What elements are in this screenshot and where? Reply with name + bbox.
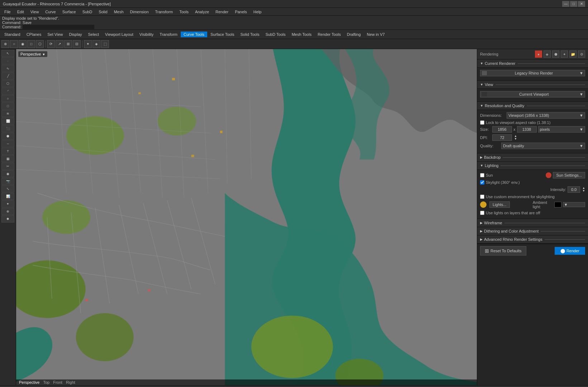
- tab-display[interactable]: Display: [66, 32, 85, 37]
- tab-surface-tools[interactable]: Surface Tools: [208, 32, 237, 37]
- menu-item-solid[interactable]: Solid: [96, 9, 110, 15]
- maximize-button[interactable]: □: [570, 1, 577, 7]
- left-tool-solid[interactable]: ⬛: [1, 125, 14, 132]
- toolbar-icon-12[interactable]: ⬚: [101, 40, 109, 48]
- render-button[interactable]: ⬤ Render: [555, 247, 585, 255]
- left-tool-arc[interactable]: ◜: [1, 87, 14, 95]
- renderer-dropdown[interactable]: Legacy Rhino Render ▼: [480, 70, 585, 76]
- section-resolution[interactable]: ▼ Resolution and Quality: [477, 102, 588, 110]
- viewport-perspective-label[interactable]: Perspective ▼: [18, 51, 47, 57]
- reset-defaults-button[interactable]: ⊞ Reset To Defaults: [480, 246, 526, 255]
- tab-solid-tools[interactable]: Solid Tools: [237, 32, 262, 37]
- menu-item-analyze[interactable]: Analyze: [192, 9, 212, 15]
- tab-subd-tools[interactable]: SubD Tools: [262, 32, 288, 37]
- dimensions-dropdown[interactable]: Viewport (1856 x 1338) ▼: [507, 112, 585, 119]
- left-tool-curve[interactable]: ∿: [1, 65, 14, 72]
- left-tool-select[interactable]: ↖: [1, 50, 14, 57]
- left-tool-analyze[interactable]: 📊: [1, 193, 14, 200]
- view-dropdown[interactable]: Current Viewport ▼: [480, 91, 585, 97]
- left-tool-misc1[interactable]: ⊕: [1, 208, 14, 215]
- section-lighting[interactable]: ▼ Lighting: [477, 162, 588, 170]
- menu-item-view[interactable]: View: [28, 9, 42, 15]
- toolbar-icon-10[interactable]: ✦: [84, 40, 92, 48]
- toolbar-icon-6[interactable]: ⟳: [47, 40, 55, 48]
- toolbar-icon-4[interactable]: □: [27, 40, 35, 48]
- left-tool-freeform[interactable]: ≋: [1, 110, 14, 117]
- tab-render-tools[interactable]: Render Tools: [315, 32, 344, 37]
- toolbar-icon-7[interactable]: ↗: [56, 40, 63, 48]
- left-tool-dim[interactable]: ↔: [1, 140, 14, 147]
- toolbar-icon-1[interactable]: ⊕: [1, 40, 9, 48]
- menu-item-tools[interactable]: Tools: [176, 9, 191, 15]
- panel-icon-material[interactable]: ◈: [544, 51, 551, 58]
- menu-item-file[interactable]: File: [1, 9, 14, 15]
- toolbar-icon-9[interactable]: ⊟: [73, 40, 81, 48]
- menu-item-edit[interactable]: Edit: [14, 9, 27, 15]
- toolbar-icon-3[interactable]: ◉: [19, 40, 27, 48]
- tab-viewport-layout[interactable]: Viewport Layout: [102, 32, 136, 37]
- left-tool-dot[interactable]: ◉: [1, 170, 14, 177]
- section-wireframe[interactable]: ▶ Wireframe: [477, 219, 588, 227]
- left-tool-clipping[interactable]: ✂: [1, 163, 14, 170]
- section-dithering[interactable]: ▶ Dithering and Color Adjustment: [477, 227, 588, 235]
- left-tool-render[interactable]: ✦: [1, 200, 14, 207]
- close-button[interactable]: ✕: [578, 1, 585, 7]
- lock-aspect-checkbox[interactable]: [480, 120, 484, 125]
- menu-item-dimension[interactable]: Dimension: [127, 9, 152, 15]
- section-current-renderer[interactable]: ▼ Current Renderer: [477, 59, 588, 68]
- panel-icon-settings[interactable]: ⚙: [578, 51, 585, 58]
- left-tool-hatch[interactable]: ▦: [1, 155, 14, 162]
- menu-item-subd[interactable]: SubD: [80, 9, 95, 15]
- left-tool-misc2[interactable]: ✱: [1, 215, 14, 223]
- tab-set-view[interactable]: Set View: [44, 32, 66, 37]
- menu-item-help[interactable]: Help: [251, 9, 265, 15]
- lights-off-checkbox[interactable]: [480, 211, 484, 215]
- left-tool-transform[interactable]: ⤡: [1, 185, 14, 192]
- left-tool-circle[interactable]: ○: [1, 95, 14, 102]
- menu-item-surface[interactable]: Surface: [60, 9, 79, 15]
- left-tool-text[interactable]: T: [1, 148, 14, 155]
- left-tool-point[interactable]: ·: [1, 57, 14, 64]
- vp-right[interactable]: Right: [66, 380, 75, 384]
- menu-item-mesh[interactable]: Mesh: [111, 9, 127, 15]
- skylight-checkbox[interactable]: [480, 180, 484, 185]
- panel-icon-texture[interactable]: ⬢: [552, 51, 559, 58]
- tab-select[interactable]: Select: [85, 32, 102, 37]
- menu-item-render[interactable]: Render: [213, 9, 231, 15]
- intensity-input[interactable]: 0.0: [568, 186, 580, 193]
- left-tool-surface[interactable]: ⬜: [1, 118, 14, 125]
- tab-standard[interactable]: Standard: [1, 32, 23, 37]
- tab-visibility[interactable]: Visibility: [137, 32, 157, 37]
- vp-perspective[interactable]: Perspective: [19, 380, 39, 384]
- tab-drafting[interactable]: Drafting: [344, 32, 364, 37]
- width-input[interactable]: 1856: [492, 126, 512, 133]
- section-backdrop[interactable]: ▶ Backdrop: [477, 153, 588, 162]
- panel-icon-light[interactable]: ✦: [561, 51, 568, 58]
- toolbar-icon-11[interactable]: ◈: [93, 40, 100, 48]
- dpi-spinner[interactable]: ▲ ▼: [514, 135, 517, 140]
- ambient-color-swatch[interactable]: [554, 202, 561, 207]
- section-view[interactable]: ▼ View: [477, 81, 588, 89]
- minimize-button[interactable]: —: [562, 1, 569, 7]
- vp-top[interactable]: Top: [43, 380, 49, 384]
- intensity-spinner[interactable]: ▲ ▼: [582, 187, 585, 192]
- unit-dropdown[interactable]: pixels ▼: [538, 126, 585, 133]
- panel-icon-color[interactable]: ●: [535, 51, 542, 58]
- left-tool-poly[interactable]: ⬡: [1, 80, 14, 87]
- height-input[interactable]: 1338: [517, 126, 537, 133]
- toolbar-icon-2[interactable]: ○: [10, 40, 18, 48]
- custom-env-checkbox[interactable]: [480, 195, 484, 199]
- sun-settings-button[interactable]: Sun Settings...: [553, 172, 585, 178]
- sun-checkbox[interactable]: [480, 173, 484, 177]
- tab-transform[interactable]: Transform: [157, 32, 180, 37]
- panel-icon-folder[interactable]: 📁: [569, 51, 577, 58]
- tab-curve-tools[interactable]: Curve Tools: [181, 32, 207, 37]
- toolbar-icon-8[interactable]: ⊞: [64, 40, 72, 48]
- left-tool-mesh[interactable]: ⬢: [1, 133, 14, 140]
- menu-item-curve[interactable]: Curve: [42, 9, 58, 15]
- vp-front[interactable]: Front: [53, 380, 62, 384]
- lights-button[interactable]: Lights...: [489, 201, 510, 208]
- toolbar-icon-5[interactable]: ⬡: [36, 40, 44, 48]
- quality-dropdown[interactable]: Draft quality ▼: [501, 143, 585, 149]
- left-tool-rect[interactable]: □: [1, 102, 14, 110]
